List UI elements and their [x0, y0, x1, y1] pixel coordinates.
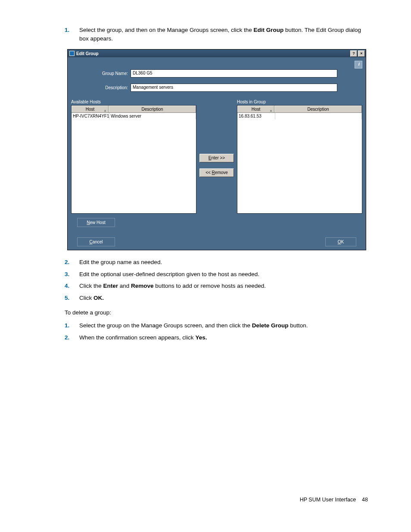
steps-list-2: 2. Edit the group name as needed. 3. Edi… [65, 258, 368, 302]
step-text: Click the Enter and Remove buttons to ad… [79, 282, 368, 290]
desc-cell [275, 113, 362, 119]
group-name-row: Group Name: DL360 G5 [97, 69, 362, 78]
remove-button[interactable]: << Remove [199, 168, 234, 177]
description-row: Description: Management servers [97, 84, 362, 92]
step-item: 1. Select the group, and then on the Man… [65, 26, 368, 43]
cancel-button[interactable]: Cancel [77, 237, 115, 246]
step-number: 3. [65, 270, 79, 279]
step-item: 5. Click OK. [65, 294, 368, 302]
step-text: Select the group, and then on the Manage… [79, 26, 368, 43]
step-text: Select the group on the Manage Groups sc… [79, 321, 368, 330]
step-text: When the confirmation screen appears, cl… [79, 333, 368, 342]
col-host[interactable]: Host▲ [72, 106, 109, 112]
step-number: 1. [65, 26, 79, 34]
edit-group-dialog: Edit Group ? × ℹ Group Name: DL360 G5 De… [67, 49, 366, 250]
step-text: Click OK. [79, 294, 368, 302]
help-button[interactable]: ? [350, 50, 357, 57]
transfer-buttons: Enter >> << Remove [196, 100, 237, 214]
step-number: 2. [65, 333, 79, 342]
step-text: Edit the group name as needed. [79, 258, 368, 267]
host-cell: HP-IVC7XRN4YF1F [72, 113, 109, 119]
step-number: 2. [65, 258, 79, 267]
hosts-in-group-grid[interactable]: Host▲ Description 16.83.61.53 [237, 105, 362, 214]
step-item: 2. When the confirmation screen appears,… [65, 333, 368, 342]
table-row[interactable]: HP-IVC7XRN4YF1F Windows server [72, 113, 196, 119]
step-item: 1. Select the group on the Manage Groups… [65, 321, 368, 330]
page-footer: HP SUM User Interface 48 [65, 497, 368, 503]
step-item: 2. Edit the group name as needed. [65, 258, 368, 267]
sort-icon: ▲ [269, 107, 273, 114]
description-label: Description: [97, 85, 131, 90]
page-number: 48 [362, 497, 368, 503]
available-hosts-title: Available Hosts [71, 100, 196, 104]
col-description[interactable]: Description [274, 106, 362, 112]
table-row[interactable]: 16.83.61.53 [237, 113, 362, 119]
ok-button[interactable]: OK [325, 237, 356, 246]
close-button[interactable]: × [358, 50, 365, 57]
group-name-label: Group Name: [97, 71, 131, 76]
description-input[interactable]: Management servers [131, 84, 337, 92]
col-description[interactable]: Description [109, 106, 196, 112]
available-hosts-grid[interactable]: Host▲ Description HP-IVC7XRN4YF1F Window… [71, 105, 196, 214]
desc-cell: Windows server [109, 113, 196, 119]
dialog-title: Edit Group [76, 51, 349, 56]
group-name-input[interactable]: DL360 G5 [131, 69, 337, 78]
steps-list-3: 1. Select the group on the Manage Groups… [65, 321, 368, 342]
step-item: 3. Edit the optional user-defined descri… [65, 270, 368, 279]
step-number: 5. [65, 294, 79, 302]
host-cell: 16.83.61.53 [237, 113, 275, 119]
app-icon [69, 51, 75, 56]
sort-icon: ▲ [103, 107, 107, 114]
dialog-titlebar: Edit Group ? × [68, 50, 366, 57]
delete-intro: To delete a group: [65, 308, 368, 317]
new-host-button[interactable]: New Host [77, 218, 115, 227]
footer-text: HP SUM User Interface [300, 497, 356, 503]
hosts-in-group-title: Hosts in Group [237, 100, 362, 104]
steps-list-1: 1. Select the group, and then on the Man… [65, 26, 368, 43]
wizard-icon[interactable]: ℹ [355, 61, 362, 68]
step-text: Edit the optional user-defined descripti… [79, 270, 368, 279]
col-host[interactable]: Host▲ [237, 106, 274, 112]
enter-button[interactable]: Enter >> [199, 154, 234, 162]
step-number: 1. [65, 321, 79, 330]
step-item: 4. Click the Enter and Remove buttons to… [65, 282, 368, 290]
step-number: 4. [65, 282, 79, 290]
